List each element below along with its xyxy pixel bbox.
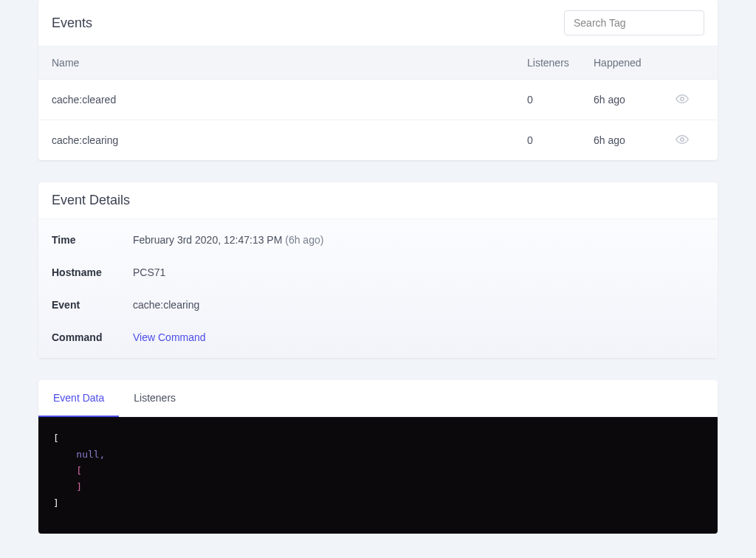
table-row: cache:cleared 0 6h ago [38,80,718,120]
detail-value-hostname: PCS71 [133,266,165,278]
detail-row-time: Time February 3rd 2020, 12:47:13 PM (6h … [38,224,718,256]
col-header-action [675,57,704,69]
detail-value-event: cache:clearing [133,299,199,311]
detail-label-time: Time [52,234,133,246]
row-name: cache:clearing [52,134,527,146]
events-title: Events [52,16,92,31]
events-card: Events Name Listeners Happened cache:cle… [38,0,718,160]
event-details-title: Event Details [38,182,718,219]
detail-label-event: Event [52,299,133,311]
detail-row-hostname: Hostname PCS71 [38,256,718,289]
code-line: null, [53,449,105,460]
code-line: [ [53,465,82,476]
code-line: ] [53,481,82,492]
code-line: [ [53,433,59,444]
col-header-listeners: Listeners [527,57,594,69]
table-row: cache:clearing 0 6h ago [38,120,718,160]
tab-listeners[interactable]: Listeners [119,380,190,417]
row-listeners: 0 [527,94,594,106]
event-data-section: Event Data Listeners [ null, [ ] ] [38,380,718,534]
event-details-body: Time February 3rd 2020, 12:47:13 PM (6h … [38,219,718,358]
detail-row-event: Event cache:clearing [38,289,718,321]
tabs: Event Data Listeners [38,380,718,417]
code-line: ] [53,497,59,509]
eye-icon[interactable] [675,132,690,147]
row-listeners: 0 [527,134,594,146]
eye-icon[interactable] [675,92,690,106]
detail-label-hostname: Hostname [52,266,133,278]
svg-point-0 [681,97,684,101]
row-happened: 6h ago [594,134,675,146]
row-happened: 6h ago [594,94,675,106]
row-name: cache:cleared [52,94,527,106]
col-header-happened: Happened [594,57,675,69]
search-input[interactable] [564,10,704,35]
detail-value-time: February 3rd 2020, 12:47:13 PM (6h ago) [133,234,323,246]
view-command-link[interactable]: View Command [133,331,206,343]
svg-point-1 [681,138,684,142]
events-card-header: Events [38,0,718,46]
events-table-header: Name Listeners Happened [38,46,718,80]
time-relative: (6h ago) [285,234,323,246]
detail-row-command: Command View Command [38,321,718,354]
col-header-name: Name [52,57,527,69]
code-panel: [ null, [ ] ] [38,417,718,534]
detail-label-command: Command [52,331,133,343]
tab-event-data[interactable]: Event Data [38,380,119,417]
time-text: February 3rd 2020, 12:47:13 PM [133,234,282,246]
event-details-card: Event Details Time February 3rd 2020, 12… [38,182,718,358]
